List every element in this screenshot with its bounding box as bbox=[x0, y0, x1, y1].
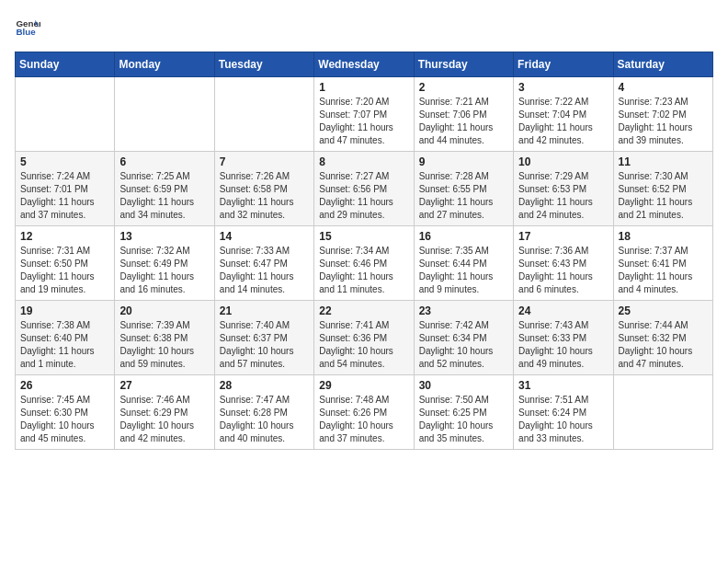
day-number: 20 bbox=[119, 304, 209, 317]
calendar-cell: 19Sunrise: 7:38 AM Sunset: 6:40 PM Dayli… bbox=[16, 301, 115, 375]
day-info: Sunrise: 7:23 AM Sunset: 7:02 PM Dayligh… bbox=[619, 96, 708, 147]
calendar-cell: 24Sunrise: 7:43 AM Sunset: 6:33 PM Dayli… bbox=[514, 301, 613, 375]
day-info: Sunrise: 7:34 AM Sunset: 6:46 PM Dayligh… bbox=[319, 245, 408, 296]
day-info: Sunrise: 7:20 AM Sunset: 7:07 PM Dayligh… bbox=[319, 96, 408, 147]
calendar-cell: 16Sunrise: 7:35 AM Sunset: 6:44 PM Dayli… bbox=[414, 226, 513, 301]
day-number: 8 bbox=[319, 155, 408, 168]
calendar: SundayMondayTuesdayWednesdayThursdayFrid… bbox=[15, 52, 713, 450]
day-number: 26 bbox=[20, 379, 109, 392]
calendar-cell: 2Sunrise: 7:21 AM Sunset: 7:06 PM Daylig… bbox=[414, 77, 513, 152]
day-number: 3 bbox=[518, 81, 608, 94]
day-info: Sunrise: 7:28 AM Sunset: 6:55 PM Dayligh… bbox=[419, 170, 508, 222]
day-number: 16 bbox=[419, 230, 508, 243]
calendar-cell: 18Sunrise: 7:37 AM Sunset: 6:41 PM Dayli… bbox=[613, 226, 712, 301]
calendar-cell: 31Sunrise: 7:51 AM Sunset: 6:24 PM Dayli… bbox=[514, 375, 613, 450]
calendar-cell: 12Sunrise: 7:31 AM Sunset: 6:50 PM Dayli… bbox=[16, 226, 115, 301]
day-info: Sunrise: 7:46 AM Sunset: 6:29 PM Dayligh… bbox=[119, 394, 209, 445]
calendar-cell: 25Sunrise: 7:44 AM Sunset: 6:32 PM Dayli… bbox=[613, 301, 712, 375]
weekday-header: Tuesday bbox=[214, 52, 313, 77]
calendar-cell: 28Sunrise: 7:47 AM Sunset: 6:28 PM Dayli… bbox=[214, 375, 313, 450]
day-number: 4 bbox=[619, 81, 708, 94]
day-info: Sunrise: 7:36 AM Sunset: 6:43 PM Dayligh… bbox=[518, 245, 608, 296]
calendar-cell: 23Sunrise: 7:42 AM Sunset: 6:34 PM Dayli… bbox=[414, 301, 513, 375]
calendar-cell: 13Sunrise: 7:32 AM Sunset: 6:49 PM Dayli… bbox=[115, 226, 214, 301]
calendar-cell: 9Sunrise: 7:28 AM Sunset: 6:55 PM Daylig… bbox=[414, 152, 513, 226]
day-info: Sunrise: 7:47 AM Sunset: 6:28 PM Dayligh… bbox=[220, 394, 309, 445]
day-info: Sunrise: 7:33 AM Sunset: 6:47 PM Dayligh… bbox=[220, 245, 309, 296]
day-info: Sunrise: 7:37 AM Sunset: 6:41 PM Dayligh… bbox=[619, 245, 708, 296]
day-info: Sunrise: 7:29 AM Sunset: 6:53 PM Dayligh… bbox=[518, 170, 608, 222]
calendar-cell: 4Sunrise: 7:23 AM Sunset: 7:02 PM Daylig… bbox=[613, 77, 712, 152]
day-number: 6 bbox=[119, 155, 209, 168]
calendar-cell: 7Sunrise: 7:26 AM Sunset: 6:58 PM Daylig… bbox=[214, 152, 313, 226]
day-number: 17 bbox=[518, 230, 608, 243]
logo-icon: General Blue bbox=[15, 15, 40, 40]
day-info: Sunrise: 7:44 AM Sunset: 6:32 PM Dayligh… bbox=[619, 319, 708, 371]
day-number: 13 bbox=[119, 230, 209, 243]
day-number: 31 bbox=[518, 379, 608, 392]
day-number: 9 bbox=[419, 155, 508, 168]
calendar-cell bbox=[214, 77, 313, 152]
week-row: 26Sunrise: 7:45 AM Sunset: 6:30 PM Dayli… bbox=[16, 375, 713, 450]
day-info: Sunrise: 7:32 AM Sunset: 6:49 PM Dayligh… bbox=[119, 245, 209, 296]
day-number: 19 bbox=[20, 304, 109, 317]
week-row: 19Sunrise: 7:38 AM Sunset: 6:40 PM Dayli… bbox=[16, 301, 713, 375]
day-number: 14 bbox=[220, 230, 309, 243]
calendar-cell: 6Sunrise: 7:25 AM Sunset: 6:59 PM Daylig… bbox=[115, 152, 214, 226]
day-info: Sunrise: 7:45 AM Sunset: 6:30 PM Dayligh… bbox=[20, 394, 109, 445]
day-number: 18 bbox=[619, 230, 708, 243]
day-number: 28 bbox=[220, 379, 309, 392]
calendar-cell: 5Sunrise: 7:24 AM Sunset: 7:01 PM Daylig… bbox=[16, 152, 115, 226]
calendar-cell: 20Sunrise: 7:39 AM Sunset: 6:38 PM Dayli… bbox=[115, 301, 214, 375]
calendar-cell: 15Sunrise: 7:34 AM Sunset: 6:46 PM Dayli… bbox=[314, 226, 414, 301]
logo: General Blue bbox=[15, 15, 40, 40]
weekday-header: Friday bbox=[514, 52, 613, 77]
calendar-cell: 21Sunrise: 7:40 AM Sunset: 6:37 PM Dayli… bbox=[214, 301, 313, 375]
day-info: Sunrise: 7:24 AM Sunset: 7:01 PM Dayligh… bbox=[20, 170, 109, 222]
calendar-cell: 26Sunrise: 7:45 AM Sunset: 6:30 PM Dayli… bbox=[16, 375, 115, 450]
day-number: 21 bbox=[220, 304, 309, 317]
day-info: Sunrise: 7:38 AM Sunset: 6:40 PM Dayligh… bbox=[20, 319, 109, 371]
calendar-cell: 29Sunrise: 7:48 AM Sunset: 6:26 PM Dayli… bbox=[314, 375, 414, 450]
day-info: Sunrise: 7:25 AM Sunset: 6:59 PM Dayligh… bbox=[119, 170, 209, 222]
day-info: Sunrise: 7:43 AM Sunset: 6:33 PM Dayligh… bbox=[518, 319, 608, 371]
day-number: 15 bbox=[319, 230, 408, 243]
calendar-cell: 10Sunrise: 7:29 AM Sunset: 6:53 PM Dayli… bbox=[514, 152, 613, 226]
day-info: Sunrise: 7:39 AM Sunset: 6:38 PM Dayligh… bbox=[119, 319, 209, 371]
day-number: 12 bbox=[20, 230, 109, 243]
weekday-header: Saturday bbox=[613, 52, 712, 77]
day-info: Sunrise: 7:27 AM Sunset: 6:56 PM Dayligh… bbox=[319, 170, 408, 222]
day-info: Sunrise: 7:51 AM Sunset: 6:24 PM Dayligh… bbox=[518, 394, 608, 445]
calendar-cell: 14Sunrise: 7:33 AM Sunset: 6:47 PM Dayli… bbox=[214, 226, 313, 301]
day-number: 25 bbox=[619, 304, 708, 317]
day-number: 1 bbox=[319, 81, 408, 94]
day-info: Sunrise: 7:21 AM Sunset: 7:06 PM Dayligh… bbox=[419, 96, 508, 147]
day-info: Sunrise: 7:41 AM Sunset: 6:36 PM Dayligh… bbox=[319, 319, 408, 371]
day-number: 10 bbox=[518, 155, 608, 168]
day-number: 29 bbox=[319, 379, 408, 392]
svg-text:Blue: Blue bbox=[16, 27, 36, 37]
page-header: General Blue bbox=[15, 15, 713, 40]
day-info: Sunrise: 7:35 AM Sunset: 6:44 PM Dayligh… bbox=[419, 245, 508, 296]
calendar-cell: 1Sunrise: 7:20 AM Sunset: 7:07 PM Daylig… bbox=[314, 77, 414, 152]
weekday-header-row: SundayMondayTuesdayWednesdayThursdayFrid… bbox=[16, 52, 713, 77]
calendar-cell: 11Sunrise: 7:30 AM Sunset: 6:52 PM Dayli… bbox=[613, 152, 712, 226]
calendar-cell bbox=[16, 77, 115, 152]
day-number: 30 bbox=[419, 379, 508, 392]
day-info: Sunrise: 7:26 AM Sunset: 6:58 PM Dayligh… bbox=[220, 170, 309, 222]
week-row: 5Sunrise: 7:24 AM Sunset: 7:01 PM Daylig… bbox=[16, 152, 713, 226]
day-info: Sunrise: 7:48 AM Sunset: 6:26 PM Dayligh… bbox=[319, 394, 408, 445]
day-number: 2 bbox=[419, 81, 508, 94]
day-info: Sunrise: 7:31 AM Sunset: 6:50 PM Dayligh… bbox=[20, 245, 109, 296]
calendar-cell: 30Sunrise: 7:50 AM Sunset: 6:25 PM Dayli… bbox=[414, 375, 513, 450]
day-number: 24 bbox=[518, 304, 608, 317]
calendar-cell: 3Sunrise: 7:22 AM Sunset: 7:04 PM Daylig… bbox=[514, 77, 613, 152]
weekday-header: Sunday bbox=[16, 52, 115, 77]
day-info: Sunrise: 7:22 AM Sunset: 7:04 PM Dayligh… bbox=[518, 96, 608, 147]
day-number: 23 bbox=[419, 304, 508, 317]
day-info: Sunrise: 7:30 AM Sunset: 6:52 PM Dayligh… bbox=[619, 170, 708, 222]
day-number: 5 bbox=[20, 155, 109, 168]
day-number: 22 bbox=[319, 304, 408, 317]
weekday-header: Thursday bbox=[414, 52, 513, 77]
day-info: Sunrise: 7:42 AM Sunset: 6:34 PM Dayligh… bbox=[419, 319, 508, 371]
